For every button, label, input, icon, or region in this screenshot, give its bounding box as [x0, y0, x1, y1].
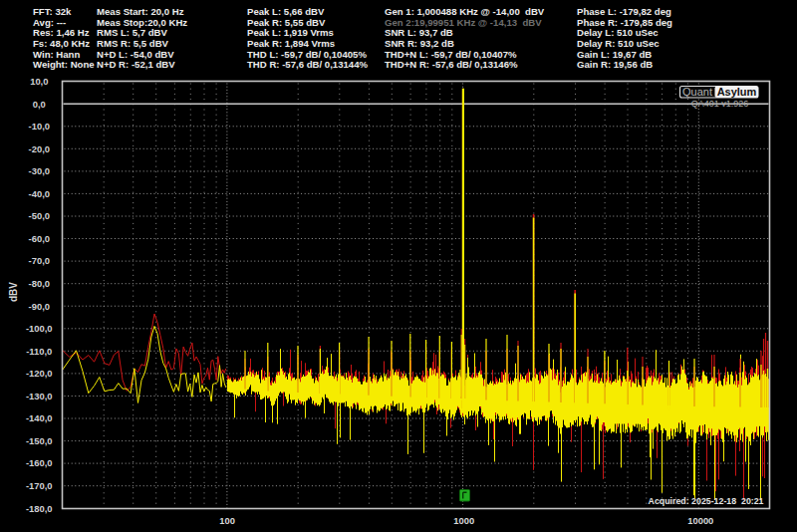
svg-text:dBV: dBV [8, 282, 19, 302]
svg-text:-160,0: -160,0 [26, 457, 53, 468]
svg-text:-140,0: -140,0 [26, 412, 53, 423]
svg-text:-150,0: -150,0 [26, 435, 53, 446]
svg-text:Acquired: 2025-12-18 20:21: Acquired: 2025-12-18 20:21 [649, 496, 764, 506]
svg-text:Asylum: Asylum [717, 86, 757, 98]
svg-text:Quant: Quant [682, 86, 712, 98]
svg-text:10,0: 10,0 [30, 76, 48, 87]
svg-text:QA401 v1.926: QA401 v1.926 [691, 99, 749, 109]
svg-text:-10,0: -10,0 [29, 121, 50, 132]
svg-text:1000: 1000 [453, 515, 474, 526]
svg-text:-130,0: -130,0 [26, 391, 53, 401]
svg-text:-60,0: -60,0 [29, 233, 50, 244]
svg-text:10000: 10000 [687, 515, 713, 526]
svg-text:-100,0: -100,0 [26, 323, 53, 334]
svg-text:-20,0: -20,0 [29, 143, 50, 154]
svg-text:-80,0: -80,0 [29, 278, 50, 289]
svg-text:-170,0: -170,0 [26, 480, 53, 491]
svg-text:-40,0: -40,0 [29, 188, 50, 199]
svg-text:100: 100 [219, 515, 235, 526]
svg-text:-50,0: -50,0 [29, 210, 50, 221]
svg-text:-180,0: -180,0 [26, 503, 53, 514]
svg-text:-120,0: -120,0 [26, 368, 53, 379]
svg-text:0,0: 0,0 [33, 99, 46, 110]
svg-text:-70,0: -70,0 [29, 255, 50, 266]
svg-text:-110,0: -110,0 [26, 346, 52, 357]
svg-text:-30,0: -30,0 [29, 165, 50, 176]
svg-text:-90,0: -90,0 [29, 301, 50, 312]
